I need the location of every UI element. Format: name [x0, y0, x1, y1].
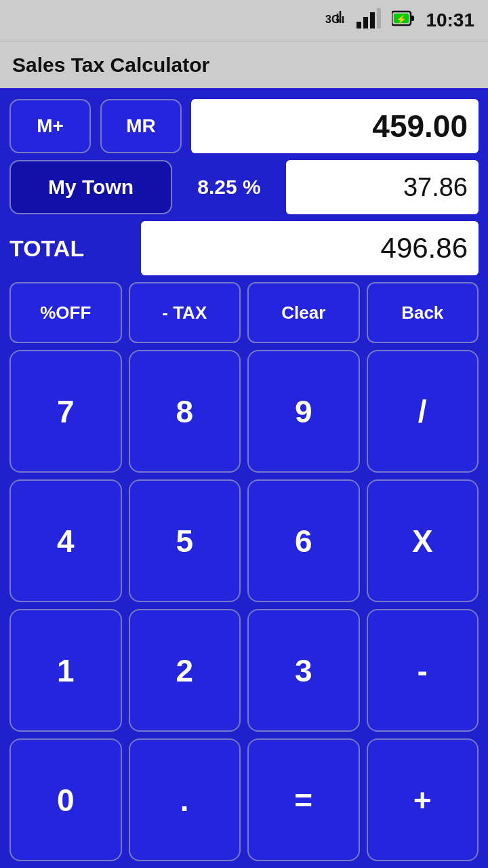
multiply-button[interactable]: X	[367, 479, 479, 602]
calculator: M+ MR 459.00 My Town 8.25 % 37.86 TOTAL …	[0, 88, 488, 868]
main-display: 459.00	[191, 99, 479, 153]
seven-button[interactable]: 7	[9, 350, 122, 473]
five-button[interactable]: 5	[129, 479, 241, 602]
total-row: TOTAL 496.86	[9, 221, 479, 275]
four-button[interactable]: 4	[9, 479, 122, 602]
battery-icon: ⚡	[392, 9, 415, 32]
eight-button[interactable]: 8	[129, 350, 241, 473]
m-plus-button[interactable]: M+	[9, 99, 91, 153]
divide-button[interactable]: /	[367, 350, 479, 473]
svg-rect-5	[363, 17, 368, 28]
total-label: TOTAL	[9, 221, 131, 275]
function-row: %OFF - TAX Clear Back	[9, 282, 479, 343]
subtract-button[interactable]: -	[367, 609, 479, 732]
percent-off-button[interactable]: %OFF	[9, 282, 122, 343]
six-button[interactable]: 6	[247, 479, 360, 602]
add-button[interactable]: +	[367, 738, 479, 861]
svg-rect-6	[370, 12, 375, 28]
minus-tax-button[interactable]: - TAX	[129, 282, 241, 343]
town-button[interactable]: My Town	[9, 160, 172, 214]
svg-rect-9	[411, 16, 414, 21]
app-title: Sales Tax Calculator	[12, 54, 209, 77]
svg-rect-7	[377, 8, 381, 28]
time-display: 10:31	[426, 9, 474, 31]
memory-row: M+ MR 459.00	[9, 99, 479, 153]
clear-button[interactable]: Clear	[247, 282, 360, 343]
numpad: 789/456X123-0.=+	[9, 350, 479, 861]
zero-button[interactable]: 0	[9, 738, 122, 861]
data-icon: 3G	[325, 8, 346, 33]
nine-button[interactable]: 9	[247, 350, 360, 473]
svg-text:⚡: ⚡	[396, 14, 407, 25]
tax-row: My Town 8.25 % 37.86	[9, 160, 479, 214]
status-bar: 3G ⚡ 10:31	[0, 0, 488, 41]
decimal-button[interactable]: .	[129, 738, 241, 861]
title-bar: Sales Tax Calculator	[0, 41, 488, 88]
equals-button[interactable]: =	[247, 738, 360, 861]
three-button[interactable]: 3	[247, 609, 360, 732]
tax-rate-label: 8.25 %	[182, 160, 277, 214]
tax-display: 37.86	[286, 160, 479, 214]
total-display: 496.86	[141, 221, 479, 275]
svg-rect-4	[357, 22, 361, 28]
one-button[interactable]: 1	[9, 609, 122, 732]
back-button[interactable]: Back	[367, 282, 479, 343]
signal-icon	[357, 8, 381, 33]
m-r-button[interactable]: MR	[100, 99, 182, 153]
two-button[interactable]: 2	[129, 609, 241, 732]
